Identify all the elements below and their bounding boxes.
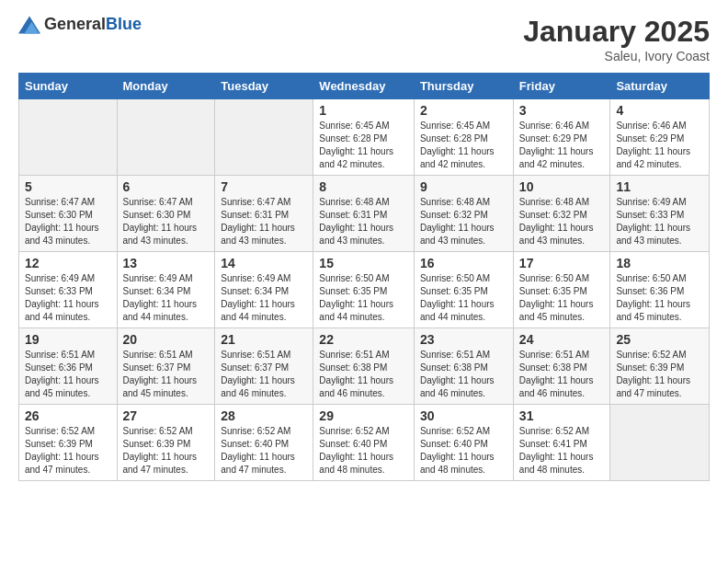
day-info: Sunrise: 6:52 AM Sunset: 6:41 PM Dayligh…: [519, 425, 605, 477]
day-info: Sunrise: 6:52 AM Sunset: 6:40 PM Dayligh…: [319, 425, 408, 477]
day-cell: 29Sunrise: 6:52 AM Sunset: 6:40 PM Dayli…: [313, 405, 415, 481]
calendar-table: SundayMondayTuesdayWednesdayThursdayFrid…: [18, 73, 710, 481]
header-wednesday: Wednesday: [313, 74, 415, 99]
day-info: Sunrise: 6:51 AM Sunset: 6:38 PM Dayligh…: [519, 349, 605, 400]
day-cell: [117, 99, 215, 176]
day-cell: 31Sunrise: 6:52 AM Sunset: 6:41 PM Dayli…: [513, 405, 610, 481]
day-cell: 28Sunrise: 6:52 AM Sunset: 6:40 PM Dayli…: [215, 405, 313, 481]
day-number: 13: [123, 256, 210, 270]
day-number: 21: [221, 332, 307, 347]
week-row-1: 5Sunrise: 6:47 AM Sunset: 6:30 PM Daylig…: [19, 176, 710, 252]
day-cell: 14Sunrise: 6:49 AM Sunset: 6:34 PM Dayli…: [215, 252, 313, 328]
day-info: Sunrise: 6:47 AM Sunset: 6:30 PM Dayligh…: [25, 196, 111, 247]
day-info: Sunrise: 6:47 AM Sunset: 6:30 PM Dayligh…: [123, 196, 210, 247]
header-saturday: Saturday: [610, 74, 710, 99]
day-info: Sunrise: 6:50 AM Sunset: 6:35 PM Dayligh…: [319, 272, 408, 324]
header-friday: Friday: [513, 74, 610, 99]
day-info: Sunrise: 6:47 AM Sunset: 6:31 PM Dayligh…: [221, 196, 307, 247]
day-info: Sunrise: 6:48 AM Sunset: 6:32 PM Dayligh…: [420, 196, 507, 247]
day-info: Sunrise: 6:48 AM Sunset: 6:31 PM Dayligh…: [319, 196, 408, 247]
day-number: 16: [420, 256, 507, 270]
week-row-2: 12Sunrise: 6:49 AM Sunset: 6:33 PM Dayli…: [19, 252, 710, 328]
day-number: 25: [616, 332, 703, 347]
day-info: Sunrise: 6:52 AM Sunset: 6:40 PM Dayligh…: [420, 425, 507, 477]
day-number: 7: [221, 179, 307, 194]
day-number: 26: [25, 408, 111, 423]
day-number: 6: [123, 179, 210, 194]
day-info: Sunrise: 6:50 AM Sunset: 6:35 PM Dayligh…: [420, 272, 507, 324]
day-cell: 24Sunrise: 6:51 AM Sunset: 6:38 PM Dayli…: [513, 328, 610, 405]
week-row-3: 19Sunrise: 6:51 AM Sunset: 6:36 PM Dayli…: [19, 328, 710, 405]
day-info: Sunrise: 6:46 AM Sunset: 6:29 PM Dayligh…: [616, 120, 703, 171]
title-month: January 2025: [523, 15, 710, 49]
day-number: 19: [25, 332, 111, 347]
day-cell: 20Sunrise: 6:51 AM Sunset: 6:37 PM Dayli…: [117, 328, 215, 405]
day-cell: 21Sunrise: 6:51 AM Sunset: 6:37 PM Dayli…: [215, 328, 313, 405]
day-info: Sunrise: 6:51 AM Sunset: 6:38 PM Dayligh…: [420, 349, 507, 400]
day-cell: 15Sunrise: 6:50 AM Sunset: 6:35 PM Dayli…: [313, 252, 415, 328]
day-number: 31: [519, 408, 605, 423]
day-info: Sunrise: 6:46 AM Sunset: 6:29 PM Dayligh…: [519, 120, 605, 171]
day-info: Sunrise: 6:49 AM Sunset: 6:33 PM Dayligh…: [25, 272, 111, 324]
day-cell: 27Sunrise: 6:52 AM Sunset: 6:39 PM Dayli…: [117, 405, 215, 481]
day-info: Sunrise: 6:51 AM Sunset: 6:37 PM Dayligh…: [123, 349, 210, 400]
day-cell: 4Sunrise: 6:46 AM Sunset: 6:29 PM Daylig…: [610, 99, 710, 176]
day-cell: 5Sunrise: 6:47 AM Sunset: 6:30 PM Daylig…: [19, 176, 118, 252]
day-number: 20: [123, 332, 210, 347]
day-info: Sunrise: 6:50 AM Sunset: 6:35 PM Dayligh…: [519, 272, 605, 324]
day-info: Sunrise: 6:45 AM Sunset: 6:28 PM Dayligh…: [420, 120, 507, 171]
day-number: 29: [319, 408, 408, 423]
header-row: SundayMondayTuesdayWednesdayThursdayFrid…: [19, 74, 710, 99]
day-number: 12: [25, 256, 111, 270]
week-row-0: 1Sunrise: 6:45 AM Sunset: 6:28 PM Daylig…: [19, 99, 710, 176]
day-info: Sunrise: 6:48 AM Sunset: 6:32 PM Dayligh…: [519, 196, 605, 247]
day-number: 24: [519, 332, 605, 347]
day-info: Sunrise: 6:45 AM Sunset: 6:28 PM Dayligh…: [319, 120, 408, 171]
header-sunday: Sunday: [19, 74, 118, 99]
day-cell: 8Sunrise: 6:48 AM Sunset: 6:31 PM Daylig…: [313, 176, 415, 252]
day-cell: 9Sunrise: 6:48 AM Sunset: 6:32 PM Daylig…: [414, 176, 513, 252]
day-number: 17: [519, 256, 605, 270]
day-cell: 12Sunrise: 6:49 AM Sunset: 6:33 PM Dayli…: [19, 252, 118, 328]
day-number: 11: [616, 179, 703, 194]
day-cell: [215, 99, 313, 176]
day-info: Sunrise: 6:52 AM Sunset: 6:39 PM Dayligh…: [123, 425, 210, 477]
page: GeneralBlue January 2025 Saleu, Ivory Co…: [0, 0, 728, 496]
day-number: 8: [319, 179, 408, 194]
day-cell: 10Sunrise: 6:48 AM Sunset: 6:32 PM Dayli…: [513, 176, 610, 252]
day-number: 14: [221, 256, 307, 270]
logo: GeneralBlue: [18, 15, 142, 34]
day-info: Sunrise: 6:50 AM Sunset: 6:36 PM Dayligh…: [616, 272, 703, 324]
title-location: Saleu, Ivory Coast: [523, 49, 710, 63]
day-number: 9: [420, 179, 507, 194]
day-cell: 17Sunrise: 6:50 AM Sunset: 6:35 PM Dayli…: [513, 252, 610, 328]
header-thursday: Thursday: [414, 74, 513, 99]
day-number: 27: [123, 408, 210, 423]
week-row-4: 26Sunrise: 6:52 AM Sunset: 6:39 PM Dayli…: [19, 405, 710, 481]
day-info: Sunrise: 6:52 AM Sunset: 6:39 PM Dayligh…: [25, 425, 111, 477]
day-info: Sunrise: 6:51 AM Sunset: 6:36 PM Dayligh…: [25, 349, 111, 400]
day-info: Sunrise: 6:49 AM Sunset: 6:34 PM Dayligh…: [221, 272, 307, 324]
day-cell: 16Sunrise: 6:50 AM Sunset: 6:35 PM Dayli…: [414, 252, 513, 328]
title-area: January 2025 Saleu, Ivory Coast: [523, 15, 710, 63]
day-number: 18: [616, 256, 703, 270]
day-number: 2: [420, 103, 507, 118]
day-cell: [19, 99, 118, 176]
day-info: Sunrise: 6:51 AM Sunset: 6:38 PM Dayligh…: [319, 349, 408, 400]
day-info: Sunrise: 6:51 AM Sunset: 6:37 PM Dayligh…: [221, 349, 307, 400]
day-cell: 13Sunrise: 6:49 AM Sunset: 6:34 PM Dayli…: [117, 252, 215, 328]
day-cell: 25Sunrise: 6:52 AM Sunset: 6:39 PM Dayli…: [610, 328, 710, 405]
day-cell: [610, 405, 710, 481]
day-number: 15: [319, 256, 408, 270]
day-cell: 18Sunrise: 6:50 AM Sunset: 6:36 PM Dayli…: [610, 252, 710, 328]
day-cell: 11Sunrise: 6:49 AM Sunset: 6:33 PM Dayli…: [610, 176, 710, 252]
logo-text-blue: Blue: [106, 15, 142, 33]
day-cell: 19Sunrise: 6:51 AM Sunset: 6:36 PM Dayli…: [19, 328, 118, 405]
day-cell: 3Sunrise: 6:46 AM Sunset: 6:29 PM Daylig…: [513, 99, 610, 176]
day-number: 1: [319, 103, 408, 118]
header: GeneralBlue January 2025 Saleu, Ivory Co…: [18, 15, 710, 63]
day-cell: 22Sunrise: 6:51 AM Sunset: 6:38 PM Dayli…: [313, 328, 415, 405]
day-info: Sunrise: 6:49 AM Sunset: 6:33 PM Dayligh…: [616, 196, 703, 247]
day-number: 22: [319, 332, 408, 347]
day-number: 30: [420, 408, 507, 423]
